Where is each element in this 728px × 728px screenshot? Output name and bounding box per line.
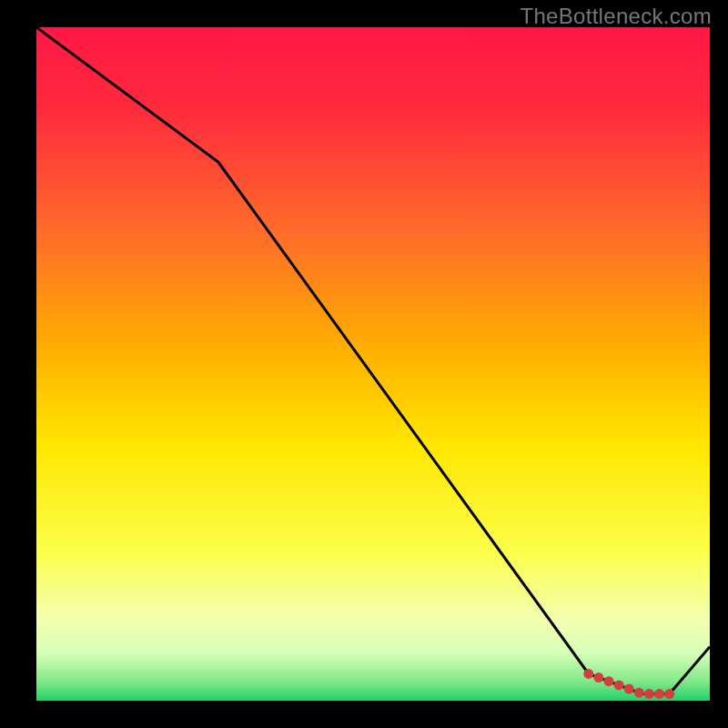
data-marker: [593, 672, 603, 682]
gradient-background: [36, 27, 710, 701]
data-marker: [654, 689, 664, 699]
data-marker: [624, 684, 634, 694]
data-marker: [664, 689, 674, 699]
data-marker: [604, 676, 614, 686]
data-marker: [644, 689, 654, 699]
data-marker: [583, 669, 593, 679]
chart-container: TheBottleneck.com: [0, 0, 728, 728]
data-marker: [634, 688, 644, 698]
watermark-text: TheBottleneck.com: [520, 4, 712, 29]
data-marker: [614, 680, 624, 690]
chart-svg: [36, 27, 710, 701]
plot-area: [36, 27, 710, 701]
